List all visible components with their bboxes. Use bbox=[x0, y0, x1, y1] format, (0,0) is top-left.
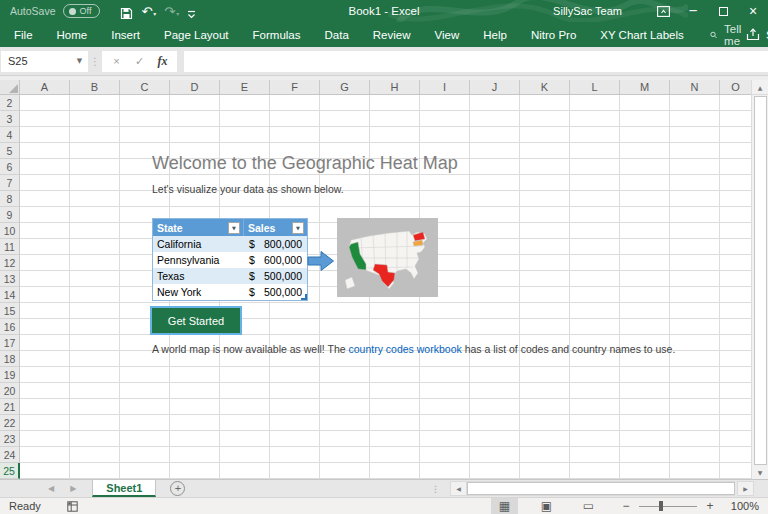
row-header-15[interactable]: 15 bbox=[0, 303, 20, 319]
sheet-tab-sheet1[interactable]: Sheet1 bbox=[92, 480, 156, 497]
row-header-11[interactable]: 11 bbox=[0, 239, 20, 255]
zoom-level-label[interactable]: 100% bbox=[719, 500, 759, 512]
close-button[interactable]: × bbox=[738, 0, 768, 22]
column-header-o[interactable]: O bbox=[720, 80, 751, 94]
row-header-16[interactable]: 16 bbox=[0, 319, 20, 335]
column-header-g[interactable]: G bbox=[320, 80, 370, 94]
row-header-7[interactable]: 7 bbox=[0, 175, 20, 191]
normal-view-button[interactable]: ▦ bbox=[491, 498, 518, 514]
column-header-l[interactable]: L bbox=[570, 80, 620, 94]
select-all-corner[interactable] bbox=[0, 80, 20, 95]
table-row-california[interactable]: California$800,000 bbox=[153, 236, 307, 252]
row-header-24[interactable]: 24 bbox=[0, 447, 20, 463]
horizontal-scrollbar-track[interactable] bbox=[467, 481, 735, 496]
vertical-scroll-down-button[interactable]: ▼ bbox=[752, 466, 768, 479]
vertical-scroll-up-button[interactable]: ▲ bbox=[751, 80, 768, 95]
row-header-4[interactable]: 4 bbox=[0, 127, 20, 143]
horizontal-scroll-right-button[interactable]: ▶ bbox=[737, 481, 754, 496]
customize-quick-access-toolbar-button[interactable] bbox=[183, 2, 200, 20]
table-row-new-york[interactable]: New York$500,000 bbox=[153, 284, 307, 300]
ribbon-tab-view[interactable]: View bbox=[423, 22, 472, 47]
redo-button[interactable]: ↷▾ bbox=[160, 2, 183, 20]
redo-dropdown-icon[interactable]: ▾ bbox=[176, 8, 179, 20]
row-header-17[interactable]: 17 bbox=[0, 335, 20, 351]
row-header-9[interactable]: 9 bbox=[0, 207, 20, 223]
formula-input[interactable] bbox=[184, 51, 768, 72]
account-name[interactable]: SillySac Team bbox=[553, 5, 622, 17]
sales-filter-button[interactable]: ▼ bbox=[292, 222, 304, 234]
zoom-out-button[interactable]: − bbox=[617, 499, 635, 513]
horizontal-scrollbar[interactable]: ⋮ ◀ ▶ bbox=[431, 480, 754, 497]
ribbon-tab-page-layout[interactable]: Page Layout bbox=[152, 22, 241, 47]
country-codes-workbook-link[interactable]: country codes workbook bbox=[349, 343, 462, 355]
column-header-c[interactable]: C bbox=[120, 80, 170, 94]
ribbon-tab-xy-chart-labels[interactable]: XY Chart Labels bbox=[588, 22, 696, 47]
cancel-entry-button[interactable]: × bbox=[105, 51, 128, 72]
confirm-entry-button[interactable]: ✓ bbox=[128, 51, 151, 72]
row-header-21[interactable]: 21 bbox=[0, 399, 20, 415]
maximize-button[interactable] bbox=[708, 0, 738, 22]
ribbon-tab-nitro-pro[interactable]: Nitro Pro bbox=[519, 22, 588, 47]
insert-function-button[interactable]: fx bbox=[151, 51, 174, 72]
autosave-toggle[interactable]: Off bbox=[63, 4, 101, 18]
ribbon-tab-home[interactable]: Home bbox=[45, 22, 100, 47]
tell-me-box[interactable]: Tell me bbox=[710, 23, 746, 47]
autosave-control[interactable]: AutoSave Off bbox=[10, 4, 100, 18]
row-header-10[interactable]: 10 bbox=[0, 223, 20, 239]
tab-scroll-divider[interactable]: ⋮ bbox=[431, 484, 440, 494]
column-header-e[interactable]: E bbox=[220, 80, 270, 94]
horizontal-scroll-left-button[interactable]: ◀ bbox=[450, 481, 467, 496]
next-sheet-button[interactable]: ▶ bbox=[70, 484, 76, 493]
column-header-j[interactable]: J bbox=[470, 80, 520, 94]
column-header-d[interactable]: D bbox=[170, 80, 220, 94]
vertical-scrollbar[interactable]: ▼ bbox=[751, 95, 768, 479]
previous-sheet-button[interactable]: ◀ bbox=[48, 484, 54, 493]
ribbon-tab-data[interactable]: Data bbox=[313, 22, 361, 47]
page-layout-view-button[interactable]: ▣ bbox=[533, 498, 560, 514]
row-header-5[interactable]: 5 bbox=[0, 143, 20, 159]
column-header-b[interactable]: B bbox=[70, 80, 120, 94]
name-box-dropdown-icon[interactable]: ▼ bbox=[71, 51, 88, 72]
zoom-in-button[interactable]: + bbox=[701, 499, 719, 513]
column-header-h[interactable]: H bbox=[370, 80, 420, 94]
horizontal-scrollbar-thumb[interactable] bbox=[467, 482, 735, 495]
column-header-k[interactable]: K bbox=[520, 80, 570, 94]
record-macro-button[interactable] bbox=[67, 501, 78, 512]
name-box[interactable]: S25 bbox=[1, 51, 71, 72]
row-header-22[interactable]: 22 bbox=[0, 415, 20, 431]
table-row-pennsylvania[interactable]: Pennsylvania$600,000 bbox=[153, 252, 307, 268]
row-header-13[interactable]: 13 bbox=[0, 271, 20, 287]
zoom-slider[interactable] bbox=[639, 498, 697, 514]
cell-grid[interactable]: Welcome to the Geographic Heat Map Let's… bbox=[20, 95, 751, 479]
ribbon-tab-review[interactable]: Review bbox=[361, 22, 423, 47]
row-header-14[interactable]: 14 bbox=[0, 287, 20, 303]
row-header-20[interactable]: 20 bbox=[0, 383, 20, 399]
row-header-12[interactable]: 12 bbox=[0, 255, 20, 271]
table-row-texas[interactable]: Texas$500,000 bbox=[153, 268, 307, 284]
sample-data-table[interactable]: State ▼ Sales ▼ California$800,000Pennsy… bbox=[152, 218, 308, 301]
row-header-19[interactable]: 19 bbox=[0, 367, 20, 383]
ribbon-tab-formulas[interactable]: Formulas bbox=[241, 22, 313, 47]
column-header-m[interactable]: M bbox=[620, 80, 670, 94]
new-sheet-button[interactable]: + bbox=[170, 481, 185, 496]
ribbon-tab-insert[interactable]: Insert bbox=[99, 22, 152, 47]
undo-button[interactable]: ↶▾ bbox=[137, 2, 160, 20]
row-header-2[interactable]: 2 bbox=[0, 95, 20, 111]
minimize-button[interactable]: ─ bbox=[678, 0, 708, 22]
row-header-18[interactable]: 18 bbox=[0, 351, 20, 367]
column-header-i[interactable]: I bbox=[420, 80, 470, 94]
column-header-f[interactable]: F bbox=[270, 80, 320, 94]
row-header-23[interactable]: 23 bbox=[0, 431, 20, 447]
ribbon-tab-help[interactable]: Help bbox=[471, 22, 519, 47]
share-button[interactable]: Share bbox=[746, 28, 768, 41]
undo-dropdown-icon[interactable]: ▾ bbox=[153, 8, 156, 20]
row-header-3[interactable]: 3 bbox=[0, 111, 20, 127]
row-header-6[interactable]: 6 bbox=[0, 159, 20, 175]
ribbon-tab-file[interactable]: File bbox=[2, 22, 45, 47]
get-started-button[interactable]: Get Started bbox=[152, 308, 240, 333]
vertical-scrollbar-thumb[interactable] bbox=[754, 96, 767, 465]
row-header-8[interactable]: 8 bbox=[0, 191, 20, 207]
column-header-a[interactable]: A bbox=[20, 80, 70, 94]
page-break-preview-button[interactable]: ▭ bbox=[575, 498, 602, 514]
save-button[interactable] bbox=[116, 2, 137, 20]
